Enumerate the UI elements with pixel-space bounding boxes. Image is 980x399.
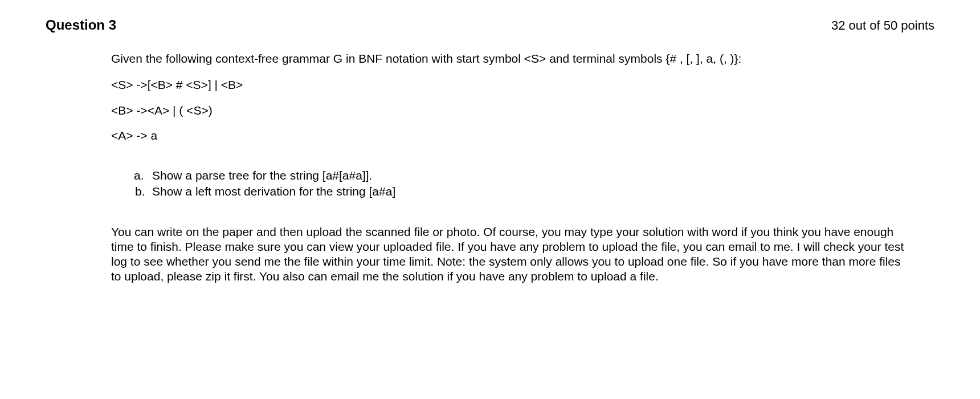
grammar-rule-a: <A> -> a bbox=[111, 128, 912, 143]
upload-instructions: You can write on the paper and then uplo… bbox=[111, 225, 912, 284]
subpart-b-marker: b. bbox=[134, 184, 152, 199]
subpart-b-text: Show a left most derivation for the stri… bbox=[152, 184, 395, 199]
question-intro: Given the following context-free grammar… bbox=[111, 51, 912, 66]
grammar-rule-s: <S> ->[<B> # <S>] | <B> bbox=[111, 78, 912, 92]
question-header: Question 3 32 out of 50 points bbox=[46, 17, 934, 33]
subpart-a-marker: a. bbox=[134, 168, 152, 183]
subpart-a-text: Show a parse tree for the string [a#[a#a… bbox=[152, 168, 372, 183]
question-title: Question 3 bbox=[46, 17, 116, 33]
subpart-a: a. Show a parse tree for the string [a#[… bbox=[134, 168, 912, 183]
subpart-b: b. Show a left most derivation for the s… bbox=[134, 184, 912, 199]
subparts-list: a. Show a parse tree for the string [a#[… bbox=[134, 168, 912, 199]
grammar-rule-b: <B> -><A> | ( <S>) bbox=[111, 103, 912, 118]
question-points: 32 out of 50 points bbox=[831, 18, 934, 33]
question-body: Given the following context-free grammar… bbox=[111, 51, 912, 284]
